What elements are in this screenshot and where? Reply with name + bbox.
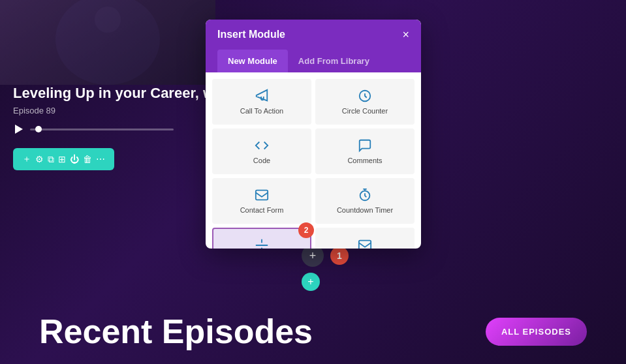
module-label-code: Code bbox=[253, 157, 270, 164]
comments-icon bbox=[358, 138, 372, 153]
tab-new-module[interactable]: New Module bbox=[217, 50, 288, 72]
circle-counter-icon bbox=[358, 89, 372, 103]
module-circle-counter[interactable]: Circle Counter bbox=[315, 79, 415, 125]
code-icon bbox=[255, 138, 269, 153]
module-call-to-action[interactable]: Call To Action bbox=[212, 79, 311, 125]
insert-module-modal: Insert Module × New Module Add From Libr… bbox=[206, 20, 421, 249]
module-grid: Call To Action Circle Counter Code bbox=[206, 72, 421, 249]
modal-tabs: New Module Add From Library bbox=[206, 50, 421, 72]
divider-icon bbox=[255, 238, 269, 249]
module-countdown-timer[interactable]: Countdown Timer bbox=[315, 178, 415, 224]
module-label-contact-form: Contact Form bbox=[240, 206, 284, 214]
modal-header: Insert Module × bbox=[206, 20, 421, 50]
module-contact-form[interactable]: Contact Form bbox=[212, 178, 311, 224]
modal-overlay: Insert Module × New Module Add From Libr… bbox=[0, 0, 626, 364]
countdown-icon bbox=[358, 188, 372, 202]
module-label-call-to-action: Call To Action bbox=[240, 107, 283, 115]
badge-2: 2 bbox=[298, 222, 314, 238]
modal-close-button[interactable]: × bbox=[402, 29, 409, 40]
contact-form-icon bbox=[255, 188, 269, 202]
email-icon bbox=[358, 238, 372, 249]
module-email-optin[interactable]: Email Optin bbox=[315, 228, 415, 249]
svg-rect-4 bbox=[256, 190, 268, 200]
module-code[interactable]: Code bbox=[212, 129, 311, 174]
module-label-circle-counter: Circle Counter bbox=[342, 107, 388, 115]
megaphone-icon bbox=[255, 89, 269, 103]
tab-add-from-library[interactable]: Add From Library bbox=[288, 50, 380, 72]
module-label-comments: Comments bbox=[347, 157, 382, 164]
module-divider[interactable]: 2 Divider bbox=[212, 228, 311, 249]
module-label-countdown-timer: Countdown Timer bbox=[337, 206, 393, 214]
module-comments[interactable]: Comments bbox=[315, 129, 415, 174]
modal-title: Insert Module bbox=[217, 29, 285, 40]
